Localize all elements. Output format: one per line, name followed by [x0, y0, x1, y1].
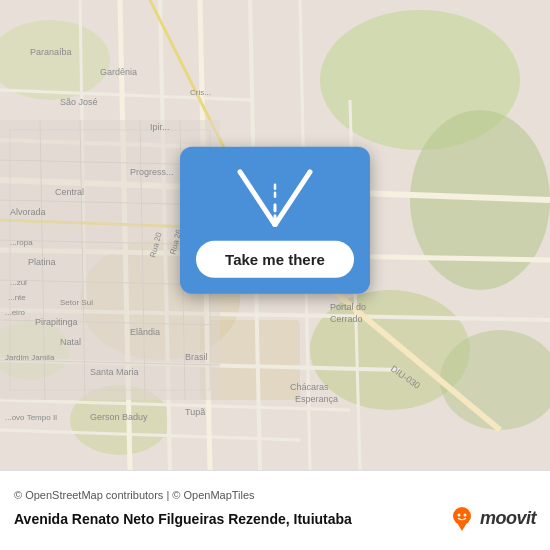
- svg-text:Cris...: Cris...: [190, 88, 211, 97]
- svg-text:Portal do: Portal do: [330, 302, 366, 312]
- svg-text:Central: Central: [55, 187, 84, 197]
- svg-text:...eiro: ...eiro: [5, 308, 26, 317]
- map-attribution: © OpenStreetMap contributors | © OpenMap…: [14, 489, 536, 501]
- svg-text:Chácaras: Chácaras: [290, 382, 329, 392]
- svg-text:Progress...: Progress...: [130, 167, 174, 177]
- svg-text:Setor Sul: Setor Sul: [60, 298, 93, 307]
- svg-text:Natal: Natal: [60, 337, 81, 347]
- svg-point-79: [457, 513, 460, 516]
- svg-text:Platina: Platina: [28, 257, 56, 267]
- take-me-there-button[interactable]: Take me there: [196, 241, 354, 278]
- svg-text:Santa Maria: Santa Maria: [90, 367, 139, 377]
- svg-text:Cerrado: Cerrado: [330, 314, 363, 324]
- svg-text:Brasil: Brasil: [185, 352, 208, 362]
- svg-text:Paranaíba: Paranaíba: [30, 47, 72, 57]
- map-container: DIU-030 Paranaíba Gardênia São José Cris…: [0, 0, 550, 470]
- bottom-row: Avenida Renato Neto Filgueiras Rezende, …: [14, 505, 536, 533]
- svg-point-80: [463, 513, 466, 516]
- moovit-brand-text: moovit: [480, 508, 536, 529]
- svg-text:Jardim Jamila: Jardim Jamila: [5, 353, 55, 362]
- svg-line-74: [275, 172, 310, 225]
- svg-marker-78: [456, 521, 468, 531]
- svg-line-73: [240, 172, 275, 225]
- moovit-icon: [448, 505, 476, 533]
- svg-text:...nte: ...nte: [8, 293, 26, 302]
- svg-text:Gerson Baduy: Gerson Baduy: [90, 412, 148, 422]
- svg-text:...ropa: ...ropa: [10, 238, 33, 247]
- svg-text:...ovo Tempo II: ...ovo Tempo II: [5, 413, 57, 422]
- svg-text:Ipir...: Ipir...: [150, 122, 170, 132]
- location-name: Avenida Renato Neto Filgueiras Rezende, …: [14, 511, 448, 527]
- svg-text:Gardênia: Gardênia: [100, 67, 137, 77]
- navigation-popup: Take me there: [180, 147, 370, 294]
- road-navigation-icon: [235, 167, 315, 227]
- svg-text:Tupã: Tupã: [185, 407, 205, 417]
- svg-text:...zul: ...zul: [10, 278, 27, 287]
- svg-text:Alvorada: Alvorada: [10, 207, 46, 217]
- bottom-bar: © OpenStreetMap contributors | © OpenMap…: [0, 470, 550, 550]
- moovit-logo: moovit: [448, 505, 536, 533]
- svg-text:Esperança: Esperança: [295, 394, 338, 404]
- svg-text:São José: São José: [60, 97, 98, 107]
- svg-text:Elândia: Elândia: [130, 327, 160, 337]
- svg-text:Pirapitinga: Pirapitinga: [35, 317, 78, 327]
